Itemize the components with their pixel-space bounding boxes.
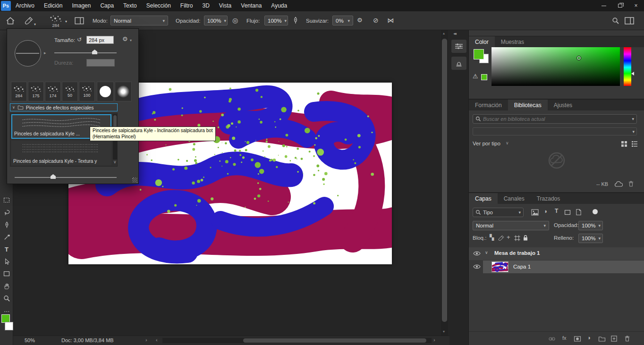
brush-angle-icon[interactable]: ⊘	[373, 17, 379, 24]
gamut-warning-icon[interactable]: ⚠	[473, 73, 478, 80]
tab-canales[interactable]: Canales	[498, 193, 531, 204]
brush-preset-174[interactable]: 174	[45, 82, 61, 101]
visibility-eye-icon[interactable]	[473, 251, 481, 256]
smoothing-gear-icon[interactable]: ⚙	[357, 17, 363, 24]
brush-preset-175[interactable]: 175	[28, 82, 44, 101]
sync-cloud-icon[interactable]	[614, 181, 623, 187]
hand-tool[interactable]	[0, 280, 13, 292]
chevron-down-icon[interactable]: ▾	[34, 21, 36, 28]
zoom-tool[interactable]	[0, 293, 13, 304]
library-select[interactable]: ▾	[473, 127, 637, 135]
brush-preset-284[interactable]: 284	[11, 82, 27, 101]
blend-mode-select[interactable]: Normal ▾	[110, 16, 168, 25]
workspace-switcher-icon[interactable]	[624, 17, 635, 25]
opacity-pressure-icon[interactable]: ◎	[232, 17, 238, 24]
minimize-button[interactable]	[596, 0, 612, 11]
smoothing-select[interactable]: 0% ▾	[332, 16, 353, 25]
search-icon[interactable]	[612, 17, 619, 25]
paint-symmetry-icon[interactable]: ⋈	[387, 17, 394, 24]
group-expand-icon[interactable]: ∨	[12, 105, 15, 109]
rectangle-tool[interactable]	[0, 268, 13, 279]
clone-source-panel-icon[interactable]	[451, 57, 466, 70]
brush-angle-dial[interactable]	[15, 40, 41, 67]
new-adjustment-layer-icon[interactable]: ◑	[587, 334, 591, 341]
tab-ajustes[interactable]: Ajustes	[548, 100, 578, 110]
library-search-input[interactable]	[483, 116, 627, 122]
collapse-panels-icon[interactable]: ◂◂	[453, 31, 456, 36]
lock-transparency-icon[interactable]: ▚	[490, 234, 494, 241]
menu-filtro[interactable]: Filtro	[176, 0, 198, 11]
new-group-icon[interactable]	[598, 335, 606, 343]
chevron-down-icon[interactable]: ▾	[632, 117, 634, 121]
menu-capa[interactable]: Capa	[95, 0, 119, 11]
opacity-select[interactable]: 100% ▾	[204, 16, 228, 25]
background-color-swatch[interactable]	[5, 322, 13, 330]
link-layers-icon[interactable]	[548, 335, 556, 343]
visibility-eye-icon[interactable]	[473, 264, 481, 269]
menu-ayuda[interactable]: Ayuda	[266, 0, 292, 11]
brush-group-header[interactable]: ∨ Pinceles de efectos especiales	[10, 103, 118, 111]
menu-vista[interactable]: Vista	[214, 0, 236, 11]
popup-gear-icon[interactable]: ⚙	[122, 35, 128, 42]
restore-button[interactable]	[612, 0, 628, 11]
toggle-brush-panel-icon[interactable]	[75, 17, 84, 25]
layer-row-artboard[interactable]: ∨ Mesa de trabajo 1	[469, 247, 644, 260]
layer-name[interactable]: Capa 1	[513, 264, 531, 269]
brush-preset-100[interactable]: 100	[79, 82, 95, 101]
menu-ventana[interactable]: Ventana	[236, 0, 266, 11]
brush-tool-preset-icon[interactable]	[25, 17, 33, 25]
pen-tool[interactable]	[0, 219, 13, 230]
lock-artboard-icon[interactable]	[514, 235, 520, 241]
menu-seleccion[interactable]: Selección	[142, 0, 176, 11]
vertical-scroll-thumb[interactable]	[442, 39, 447, 322]
new-layer-icon[interactable]	[610, 335, 618, 342]
foreground-color-swatch-small[interactable]	[474, 49, 484, 59]
layer-style-fx-icon[interactable]: fx	[562, 335, 567, 341]
close-button[interactable]: ×	[628, 0, 644, 11]
layer-row-capa1[interactable]: Capa 1	[469, 261, 644, 273]
filter-pixel-layers-icon[interactable]	[531, 209, 539, 216]
saturation-field[interactable]	[491, 47, 620, 86]
scroll-left-icon[interactable]: ‹	[156, 337, 158, 343]
brush-preset-picker-icon[interactable]	[48, 15, 63, 23]
lasso-tool[interactable]	[0, 207, 13, 218]
color-field-marker[interactable]	[576, 56, 581, 60]
brush-preset-50[interactable]: 50	[62, 82, 78, 101]
horizontal-scrollbar[interactable]	[162, 338, 432, 343]
size-slider[interactable]	[54, 52, 117, 53]
menu-imagen[interactable]: Imagen	[67, 0, 95, 11]
lock-pixels-icon[interactable]	[498, 235, 504, 241]
tab-trazados[interactable]: Trazados	[531, 193, 567, 204]
filter-shape-layers-icon[interactable]	[564, 209, 571, 216]
path-selection-tool[interactable]	[0, 256, 13, 267]
filter-type-layers-icon[interactable]: T	[555, 208, 558, 214]
menu-archivo[interactable]: Archivo	[11, 0, 39, 11]
menu-3d[interactable]: 3D	[197, 0, 214, 11]
scroll-down-icon[interactable]: ∨	[113, 160, 117, 164]
layer-blend-mode-select[interactable]: Normal ▾	[473, 221, 549, 230]
size-slider-thumb[interactable]	[92, 50, 97, 54]
home-icon[interactable]	[6, 17, 15, 25]
filter-adjustment-layers-icon[interactable]: ◑	[543, 208, 547, 215]
filter-toggle[interactable]	[593, 209, 598, 214]
artboard-expand-icon[interactable]: ∨	[485, 250, 488, 255]
lock-position-icon[interactable]: +	[507, 234, 510, 241]
gamut-color-chip[interactable]	[481, 74, 487, 80]
airbrush-icon[interactable]	[292, 17, 299, 24]
tab-formacion[interactable]: Formación	[469, 100, 508, 110]
library-search-field[interactable]: ▾	[473, 114, 637, 124]
delete-layer-icon[interactable]	[624, 335, 631, 342]
add-layer-mask-icon[interactable]	[574, 335, 581, 343]
view-by-type-label[interactable]: Ver por tipo	[473, 141, 500, 146]
vertical-scrollbar[interactable]: ▴ ▾	[441, 30, 448, 336]
brush-item[interactable]: Pinceles de salpicadura Kyle - Textura y	[11, 141, 111, 165]
list-view-icon[interactable]	[631, 141, 638, 147]
scroll-down-icon[interactable]: ▾	[443, 329, 445, 334]
flip-arrow-icon[interactable]: ▸	[44, 50, 46, 55]
hue-slider-marker[interactable]	[631, 72, 634, 76]
popup-bottom-slider-thumb[interactable]	[51, 174, 56, 179]
eyedropper-tool[interactable]	[0, 231, 13, 243]
tab-capas[interactable]: Capas	[469, 193, 498, 204]
soft-round-brush[interactable]	[115, 82, 132, 101]
layer-filter-select[interactable]: Tipo ▾	[473, 208, 524, 217]
